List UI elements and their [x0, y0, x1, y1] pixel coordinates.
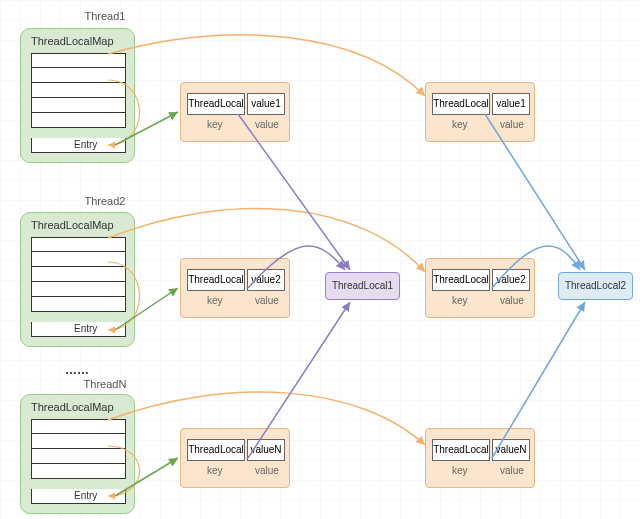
entry-left-n-val: valueN — [247, 439, 285, 461]
thread1-row — [31, 113, 126, 128]
entry-left-1-key: ThreadLocal — [187, 93, 245, 115]
thread2-row — [31, 252, 126, 267]
value-label: value — [255, 295, 279, 306]
threadn-row — [31, 434, 126, 449]
threadn-title: ThreadN — [55, 378, 155, 390]
thread2-row — [31, 267, 126, 282]
thread1-title: Thread1 — [55, 10, 155, 22]
key-label: key — [207, 295, 223, 306]
thread1-row — [31, 53, 126, 68]
diagram-canvas: Thread1 Thread2 …… ThreadN ThreadLocalMa… — [0, 0, 640, 519]
ellipsis: …… — [65, 363, 89, 377]
entry-right-1: ThreadLocal value1 key value — [425, 82, 535, 142]
threadn-row — [31, 419, 126, 434]
thread2-row — [31, 297, 126, 312]
value-label: value — [500, 119, 524, 130]
thread1-row — [31, 98, 126, 113]
entry-left-2-val: value2 — [247, 269, 285, 291]
thread1-map-label: ThreadLocalMap — [31, 35, 114, 47]
entry-left-1-val: value1 — [247, 93, 285, 115]
entry-left-n: ThreadLocal valueN key value — [180, 428, 290, 488]
key-label: key — [207, 465, 223, 476]
thread1-box: ThreadLocalMap Entry — [20, 28, 135, 163]
key-label: key — [452, 295, 468, 306]
key-label: key — [207, 119, 223, 130]
entry-right-n: ThreadLocal valueN key value — [425, 428, 535, 488]
threadn-row — [31, 464, 126, 479]
value-label: value — [255, 119, 279, 130]
thread1-row — [31, 68, 126, 83]
thread2-map-label: ThreadLocalMap — [31, 219, 114, 231]
thread2-title: Thread2 — [55, 195, 155, 207]
threadn-map-label: ThreadLocalMap — [31, 401, 114, 413]
thread2-entry: Entry — [31, 322, 126, 337]
value-label: value — [500, 465, 524, 476]
thread2-row — [31, 237, 126, 252]
value-label: value — [500, 295, 524, 306]
entry-right-1-key: ThreadLocal — [432, 93, 490, 115]
threadn-box: ThreadLocalMap Entry — [20, 394, 135, 514]
threadlocal2: ThreadLocal2 — [558, 272, 633, 300]
entry-right-n-val: valueN — [492, 439, 530, 461]
key-label: key — [452, 119, 468, 130]
entry-right-2-val: value2 — [492, 269, 530, 291]
entry-right-1-val: value1 — [492, 93, 530, 115]
threadlocal1: ThreadLocal1 — [325, 272, 400, 300]
entry-left-1: ThreadLocal value1 key value — [180, 82, 290, 142]
entry-left-2-key: ThreadLocal — [187, 269, 245, 291]
value-label: value — [255, 465, 279, 476]
key-label: key — [452, 465, 468, 476]
thread1-row — [31, 83, 126, 98]
entry-left-2: ThreadLocal value2 key value — [180, 258, 290, 318]
thread1-entry: Entry — [31, 138, 126, 153]
entry-right-n-key: ThreadLocal — [432, 439, 490, 461]
threadn-entry: Entry — [31, 489, 126, 504]
entry-right-2: ThreadLocal value2 key value — [425, 258, 535, 318]
entry-left-n-key: ThreadLocal — [187, 439, 245, 461]
thread2-row — [31, 282, 126, 297]
thread2-box: ThreadLocalMap Entry — [20, 212, 135, 347]
threadn-row — [31, 449, 126, 464]
entry-right-2-key: ThreadLocal — [432, 269, 490, 291]
